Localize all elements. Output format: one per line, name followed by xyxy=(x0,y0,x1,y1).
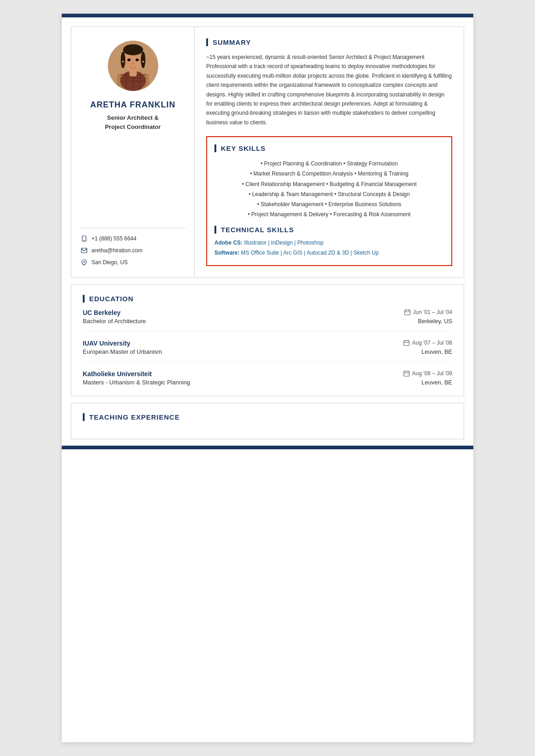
edu-location: Leuven, BE xyxy=(422,348,452,355)
edu-school: IUAV University xyxy=(83,340,130,347)
location-icon xyxy=(80,259,88,266)
location-text: San Diego, US xyxy=(91,259,128,266)
edu-degree-row: Bachelor of ArchitectureBerkeley, US xyxy=(83,318,452,325)
summary-section: SUMMARY ~15 years experienced, dynamic &… xyxy=(206,38,452,127)
svg-point-17 xyxy=(132,63,134,64)
education-list: UC Berkeley Jun '01 – Jul '04Bachelor of… xyxy=(83,309,452,386)
summary-title: SUMMARY xyxy=(206,38,452,46)
tech-skill-line: Adobe CS: Illustrator | InDesign | Photo… xyxy=(214,238,444,248)
top-bar xyxy=(62,14,473,17)
edu-entry: UC Berkeley Jun '01 – Jul '04Bachelor of… xyxy=(83,309,452,331)
calendar-icon xyxy=(403,370,410,377)
email-icon xyxy=(80,247,88,254)
edu-location: Berkeley, US xyxy=(418,318,452,325)
calendar-icon xyxy=(404,309,411,315)
key-skill-item: • Client Relationship Management • Budge… xyxy=(214,179,444,189)
svg-point-12 xyxy=(121,52,125,68)
edu-entry: IUAV University Aug '07 – Jul '08Europea… xyxy=(83,340,452,362)
right-panel: SUMMARY ~15 years experienced, dynamic &… xyxy=(195,27,464,277)
education-title: EDUCATION xyxy=(83,295,452,303)
person-name: ARETHA FRANKLiN xyxy=(90,100,175,110)
edu-entry: Katholieke Universiteit Aug '08 – Jul '0… xyxy=(83,370,452,386)
edu-header: UC Berkeley Jun '01 – Jul '04 xyxy=(83,309,452,316)
svg-point-23 xyxy=(84,261,85,263)
svg-rect-21 xyxy=(84,240,85,241)
phone-text: +1 (888) 555 6644 xyxy=(91,235,136,242)
svg-rect-32 xyxy=(404,371,409,376)
top-section: ARETHA FRANKLiN Senior Architect & Proje… xyxy=(71,27,464,278)
svg-point-19 xyxy=(142,61,144,63)
edu-school: UC Berkeley xyxy=(83,309,121,316)
edu-date: Aug '08 – Jul '09 xyxy=(403,370,452,377)
edu-location: Leuven, BE xyxy=(422,379,452,386)
tech-skill-line: Software: MS Office Suite | Arc GIS | Au… xyxy=(214,248,444,258)
svg-rect-28 xyxy=(404,341,409,346)
edu-degree: Bachelor of Architecture xyxy=(83,318,146,325)
contact-area: +1 (888) 555 6644 aretha@hiration.com xyxy=(80,228,185,277)
edu-degree-row: Masters - Urbanism & Strategic PlanningL… xyxy=(83,379,452,386)
edu-date: Jun '01 – Jul '04 xyxy=(404,309,452,315)
edu-degree: European Master of Urbanism xyxy=(83,348,162,355)
svg-rect-24 xyxy=(405,310,410,315)
svg-point-15 xyxy=(127,59,130,61)
edu-header: Katholieke Universiteit Aug '08 – Jul '0… xyxy=(83,370,452,378)
svg-point-13 xyxy=(141,52,145,68)
edu-school: Katholieke Universiteit xyxy=(83,370,152,378)
phone-contact: +1 (888) 555 6644 xyxy=(80,235,185,242)
edu-date: Aug '07 – Jul '08 xyxy=(403,340,452,346)
key-skill-item: • Project Planning & Coordination • Stra… xyxy=(214,159,444,169)
svg-point-16 xyxy=(135,59,139,61)
email-text: aretha@hiration.com xyxy=(91,247,143,254)
edu-degree: Masters - Urbanism & Strategic Planning xyxy=(83,379,190,386)
person-title: Senior Architect & Project Coordinator xyxy=(90,113,175,131)
key-skills-list: • Project Planning & Coordination • Stra… xyxy=(214,159,444,219)
teaching-section: TEACHING EXPERIENCE xyxy=(71,403,464,439)
summary-text: ~15 years experienced, dynamic & result-… xyxy=(206,53,452,127)
avatar xyxy=(108,41,158,91)
phone-icon xyxy=(80,235,88,242)
email-contact: aretha@hiration.com xyxy=(80,247,185,254)
skills-box: KEY SKILLS • Project Planning & Coordina… xyxy=(206,136,452,266)
left-panel: ARETHA FRANKLiN Senior Architect & Proje… xyxy=(71,27,195,277)
edu-header: IUAV University Aug '07 – Jul '08 xyxy=(83,340,452,347)
calendar-icon xyxy=(403,340,410,346)
key-skill-item: • Project Management & Delivery • Foreca… xyxy=(214,209,444,219)
svg-point-18 xyxy=(122,61,124,63)
tech-skills-lines: Adobe CS: Illustrator | InDesign | Photo… xyxy=(214,238,444,258)
bottom-bar xyxy=(62,446,473,449)
location-contact: San Diego, US xyxy=(80,259,185,266)
name-area: ARETHA FRANKLiN Senior Architect & Proje… xyxy=(90,100,175,131)
svg-rect-22 xyxy=(81,248,87,253)
education-section: EDUCATION UC Berkeley Jun '01 – Jul '04B… xyxy=(71,284,464,396)
key-skill-item: • Stakeholder Management • Enterprise Bu… xyxy=(214,199,444,209)
key-skill-item: • Leadership & Team Management • Structu… xyxy=(214,189,444,199)
edu-degree-row: European Master of UrbanismLeuven, BE xyxy=(83,348,452,355)
teaching-title: TEACHING EXPERIENCE xyxy=(83,413,452,421)
technical-skills-title: TECHNICAL SKILLS xyxy=(214,226,444,234)
key-skills-title: KEY SKILLS xyxy=(214,144,444,152)
key-skill-item: • Market Research & Competition Analysis… xyxy=(214,169,444,179)
